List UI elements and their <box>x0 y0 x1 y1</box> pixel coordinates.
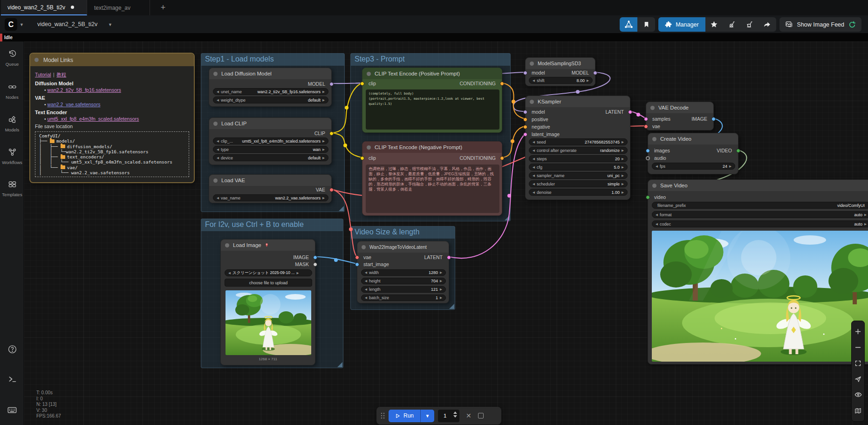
zoom-in-button[interactable] <box>853 327 863 337</box>
manager-button[interactable]: Manager <box>658 17 705 32</box>
sidebar-item-queue[interactable]: Queue <box>0 49 24 67</box>
input-port-negative[interactable] <box>523 125 527 129</box>
widget-height[interactable]: height704 <box>361 278 446 284</box>
collapse-dot-icon[interactable] <box>213 72 218 76</box>
show-image-feed-button[interactable]: Show Image Feed <box>779 17 861 32</box>
node-title-bar[interactable]: CLIP Text Encode (Positive Prompt) <box>362 68 502 79</box>
batch-count-input[interactable]: 1 <box>438 410 459 422</box>
widget-control-after-generate[interactable]: control after generaterandomize <box>529 147 628 154</box>
widget-steps[interactable]: steps20 <box>529 155 628 162</box>
widget-sampler-name[interactable]: sampler_nameuni_pc <box>529 172 628 179</box>
widget-shift[interactable]: shift8.00 <box>529 77 593 84</box>
collapse-dot-icon[interactable] <box>367 145 371 150</box>
count-spinner[interactable] <box>453 411 457 418</box>
node-title-bar[interactable]: Save Video <box>648 180 868 191</box>
widget-width[interactable]: width1280 <box>361 269 446 276</box>
sidebar-item-workflows[interactable]: Workflows <box>0 148 24 165</box>
node-title-bar[interactable]: ModelSamplingSD3 <box>526 58 595 69</box>
output-port-model[interactable] <box>593 71 597 75</box>
video-preview[interactable] <box>652 231 868 362</box>
collapse-dot-icon[interactable] <box>213 122 218 126</box>
output-port-model[interactable] <box>329 82 334 86</box>
group-title[interactable]: Step3 - Prompt <box>355 55 405 63</box>
tutorial-link[interactable]: Tutorial <box>35 72 51 77</box>
toggle-links-button[interactable] <box>853 390 863 400</box>
tab-video-wan2-2-5b-ti2v[interactable]: video_wan2_2_5B_ti2v <box>1 0 87 15</box>
node-title-bar[interactable]: Create Video <box>648 133 738 144</box>
input-port-vae[interactable] <box>644 124 648 129</box>
sidebar-item-nodes[interactable]: Nodes <box>0 82 24 100</box>
input-port-video[interactable] <box>646 195 650 199</box>
sidebar-item-terminal[interactable] <box>0 374 24 386</box>
node-title-bar[interactable]: Load Diffusion Model <box>209 68 331 79</box>
collapse-dot-icon[interactable] <box>34 58 39 62</box>
input-port-images[interactable] <box>646 149 650 153</box>
input-port-latent-image[interactable] <box>523 132 527 137</box>
collapse-dot-icon[interactable] <box>213 178 218 183</box>
widget-fps[interactable]: fps24 <box>652 163 735 170</box>
output-port-mask[interactable] <box>313 262 317 267</box>
refresh-loop-icon[interactable] <box>848 21 856 28</box>
node-title-bar[interactable]: Load Image <box>221 240 315 251</box>
canvas-toggle-button[interactable] <box>620 17 637 32</box>
group-title[interactable]: For I2v, use Ctrl + B to enable <box>205 220 304 229</box>
group-title[interactable]: Step1 - Load models <box>205 55 274 63</box>
input-port-samples[interactable] <box>644 117 648 121</box>
new-tab-button[interactable]: + <box>155 0 171 15</box>
drag-handle-icon[interactable] <box>380 412 385 419</box>
node-title-bar[interactable]: VAE Decode <box>646 102 713 113</box>
node-title-bar[interactable]: Load VAE <box>209 175 331 186</box>
sidebar-item-help[interactable] <box>0 344 24 356</box>
widget-image-file[interactable]: スクリーンショット 2025-09-10 ... <box>225 269 312 276</box>
fit-view-button[interactable] <box>853 358 863 369</box>
widget-length[interactable]: length121 <box>361 286 446 293</box>
input-port-clip[interactable] <box>360 82 364 86</box>
widget-batch-size[interactable]: batch_size1 <box>361 295 446 301</box>
upload-image-button[interactable]: choose file to upload <box>225 279 312 287</box>
collapse-dot-icon[interactable] <box>225 243 229 247</box>
widget-seed[interactable]: seed274785682553745 <box>529 138 628 145</box>
widget-format[interactable]: formatauto <box>652 211 868 218</box>
widget-denoise[interactable]: denoise1.00 <box>529 189 628 196</box>
output-port-conditioning[interactable] <box>500 156 504 160</box>
output-port-conditioning[interactable] <box>500 82 504 86</box>
positive-prompt-textarea[interactable]: (completely, full body) (portrait,portra… <box>366 89 499 130</box>
widget-device[interactable]: devicedefault <box>213 154 328 161</box>
widget-cfg[interactable]: cfg5.0 <box>529 164 628 171</box>
output-port-image[interactable] <box>313 255 317 260</box>
image-preview[interactable] <box>226 290 311 355</box>
widget-filename-prefix[interactable]: filename_prefixvideo/ComfyUI <box>652 202 868 209</box>
collapse-dot-icon[interactable] <box>652 184 656 188</box>
select-mode-button[interactable] <box>853 374 863 384</box>
input-port-audio[interactable] <box>646 156 650 160</box>
sidebar-item-templates[interactable]: Templates <box>0 180 24 197</box>
vae-download-link[interactable]: wan2.2_vae.safetensors <box>48 102 101 107</box>
group-resize-handle[interactable] <box>339 206 344 211</box>
node-title-bar[interactable]: Model Links <box>30 54 194 66</box>
model-download-link[interactable]: wan2.2_ti2v_5B_fp16.safetensors <box>48 87 121 93</box>
output-port-image[interactable] <box>711 117 716 121</box>
share-button[interactable] <box>759 17 776 32</box>
widget-clip-name[interactable]: clip_...umt5_xxl_fp8_e4m3fn_scaled.safet… <box>213 137 328 144</box>
chevron-down-icon[interactable]: ▼ <box>108 22 112 27</box>
stop-icon[interactable] <box>478 413 484 418</box>
node-title-bar[interactable]: Load CLIP <box>209 118 331 129</box>
node-title-bar[interactable]: CLIP Text Encode (Negative Prompt) <box>362 142 502 153</box>
favorites-button[interactable] <box>705 17 723 32</box>
input-port-model[interactable] <box>523 71 527 75</box>
comfyui-logo-button[interactable]: C <box>5 18 17 31</box>
group-resize-handle[interactable] <box>505 215 510 220</box>
input-port-clip[interactable] <box>360 156 364 160</box>
output-port-latent[interactable] <box>628 110 632 114</box>
sidebar-item-shortcuts[interactable] <box>0 405 24 417</box>
output-port-latent[interactable] <box>447 255 451 260</box>
clear-vram-deep-button[interactable] <box>741 17 759 32</box>
input-port-vae[interactable] <box>355 255 359 260</box>
sidebar-item-models[interactable]: Models <box>0 115 24 132</box>
widget-unet-name[interactable]: unet_namewan2.2_ti2v_5B_fp16.safetensors <box>213 88 328 95</box>
text-encoder-download-link[interactable]: umt5_xxl_fp8_e4m3fn_scaled.safetensors <box>48 116 139 122</box>
collapse-dot-icon[interactable] <box>362 245 366 249</box>
group-title[interactable]: Video Size & length <box>355 228 419 236</box>
node-title-bar[interactable]: Wan22ImageToVideoLatent <box>357 241 449 253</box>
widget-vae-name[interactable]: vae_namewan2.2_vae.safetensors <box>213 194 328 201</box>
